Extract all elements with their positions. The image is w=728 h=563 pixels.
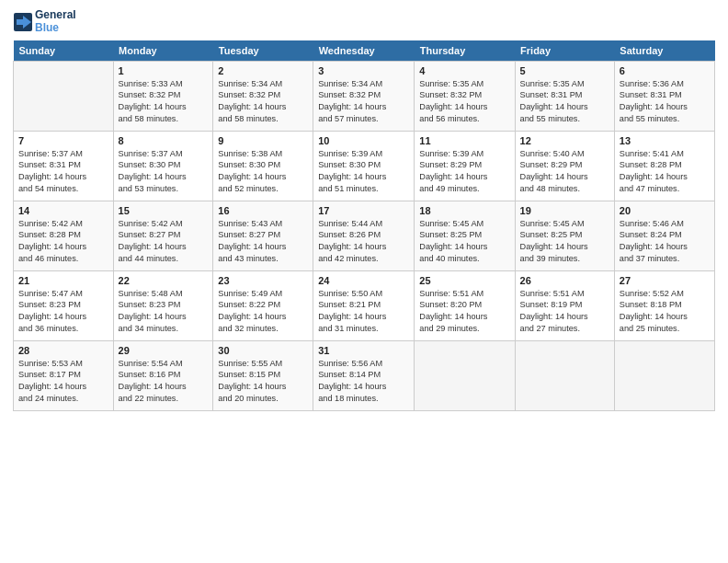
calendar-cell: 21Sunrise: 5:47 AMSunset: 8:23 PMDayligh…	[14, 270, 114, 340]
calendar-cell: 26Sunrise: 5:51 AMSunset: 8:19 PMDayligh…	[515, 270, 614, 340]
day-number: 30	[218, 345, 308, 356]
day-number: 19	[520, 205, 609, 216]
day-info: Sunrise: 5:39 AMSunset: 8:30 PMDaylight:…	[318, 148, 409, 196]
day-number: 14	[18, 205, 108, 216]
calendar-cell: 6Sunrise: 5:36 AMSunset: 8:31 PMDaylight…	[614, 61, 714, 131]
col-header-sunday: Sunday	[14, 40, 114, 62]
day-info: Sunrise: 5:37 AMSunset: 8:31 PMDaylight:…	[18, 148, 108, 196]
col-header-saturday: Saturday	[614, 40, 714, 62]
day-number: 31	[318, 345, 409, 356]
day-number: 18	[419, 205, 509, 216]
day-info: Sunrise: 5:41 AMSunset: 8:28 PMDaylight:…	[620, 148, 710, 196]
day-number: 2	[218, 65, 308, 76]
calendar-cell: 25Sunrise: 5:51 AMSunset: 8:20 PMDayligh…	[415, 270, 515, 340]
calendar-cell: 10Sunrise: 5:39 AMSunset: 8:30 PMDayligh…	[313, 131, 415, 201]
calendar-cell: 17Sunrise: 5:44 AMSunset: 8:26 PMDayligh…	[313, 201, 415, 270]
day-number: 27	[620, 275, 710, 286]
day-info: Sunrise: 5:35 AMSunset: 8:32 PMDaylight:…	[419, 78, 509, 126]
day-info: Sunrise: 5:51 AMSunset: 8:20 PMDaylight:…	[419, 288, 509, 336]
day-number: 4	[419, 65, 509, 76]
day-info: Sunrise: 5:40 AMSunset: 8:29 PMDaylight:…	[520, 148, 609, 196]
logo: General Blue	[13, 9, 76, 35]
day-info: Sunrise: 5:34 AMSunset: 8:32 PMDaylight:…	[318, 78, 409, 126]
day-number: 1	[119, 65, 209, 76]
calendar-cell: 9Sunrise: 5:38 AMSunset: 8:30 PMDaylight…	[213, 131, 313, 201]
day-number: 24	[318, 275, 409, 286]
day-info: Sunrise: 5:43 AMSunset: 8:27 PMDaylight:…	[218, 218, 308, 266]
col-header-wednesday: Wednesday	[313, 40, 415, 62]
calendar-cell: 22Sunrise: 5:48 AMSunset: 8:23 PMDayligh…	[113, 270, 213, 340]
day-number: 5	[520, 65, 609, 76]
day-number: 9	[218, 135, 308, 146]
day-info: Sunrise: 5:34 AMSunset: 8:32 PMDaylight:…	[218, 78, 308, 126]
calendar-cell	[515, 340, 614, 410]
day-number: 22	[119, 275, 209, 286]
day-info: Sunrise: 5:33 AMSunset: 8:32 PMDaylight:…	[119, 78, 209, 126]
day-number: 3	[318, 65, 409, 76]
day-number: 26	[520, 275, 609, 286]
day-number: 21	[18, 275, 108, 286]
day-number: 25	[419, 275, 509, 286]
calendar-cell: 14Sunrise: 5:42 AMSunset: 8:28 PMDayligh…	[14, 201, 114, 270]
day-number: 28	[18, 345, 108, 356]
day-number: 12	[520, 135, 609, 146]
day-number: 11	[419, 135, 509, 146]
calendar-cell: 11Sunrise: 5:39 AMSunset: 8:29 PMDayligh…	[415, 131, 515, 201]
day-info: Sunrise: 5:56 AMSunset: 8:14 PMDaylight:…	[318, 358, 409, 406]
day-info: Sunrise: 5:39 AMSunset: 8:29 PMDaylight:…	[419, 148, 509, 196]
logo-text-blue: Blue	[35, 22, 76, 35]
calendar-cell: 13Sunrise: 5:41 AMSunset: 8:28 PMDayligh…	[614, 131, 714, 201]
calendar-cell: 27Sunrise: 5:52 AMSunset: 8:18 PMDayligh…	[614, 270, 714, 340]
day-number: 16	[218, 205, 308, 216]
day-info: Sunrise: 5:46 AMSunset: 8:24 PMDaylight:…	[620, 218, 710, 266]
day-info: Sunrise: 5:42 AMSunset: 8:27 PMDaylight:…	[119, 218, 209, 266]
calendar-cell: 16Sunrise: 5:43 AMSunset: 8:27 PMDayligh…	[213, 201, 313, 270]
day-info: Sunrise: 5:35 AMSunset: 8:31 PMDaylight:…	[520, 78, 609, 126]
day-number: 8	[119, 135, 209, 146]
col-header-thursday: Thursday	[415, 40, 515, 62]
day-number: 23	[218, 275, 308, 286]
calendar-cell: 7Sunrise: 5:37 AMSunset: 8:31 PMDaylight…	[14, 131, 114, 201]
day-info: Sunrise: 5:44 AMSunset: 8:26 PMDaylight:…	[318, 218, 409, 266]
day-info: Sunrise: 5:37 AMSunset: 8:30 PMDaylight:…	[119, 148, 209, 196]
calendar-cell: 18Sunrise: 5:45 AMSunset: 8:25 PMDayligh…	[415, 201, 515, 270]
day-number: 13	[620, 135, 710, 146]
calendar-cell: 20Sunrise: 5:46 AMSunset: 8:24 PMDayligh…	[614, 201, 714, 270]
day-info: Sunrise: 5:49 AMSunset: 8:22 PMDaylight:…	[218, 288, 308, 336]
calendar-cell	[614, 340, 714, 410]
day-number: 7	[18, 135, 108, 146]
calendar-cell: 3Sunrise: 5:34 AMSunset: 8:32 PMDaylight…	[313, 61, 415, 131]
calendar-cell: 5Sunrise: 5:35 AMSunset: 8:31 PMDaylight…	[515, 61, 614, 131]
calendar-cell	[415, 340, 515, 410]
day-number: 29	[119, 345, 209, 356]
day-number: 17	[318, 205, 409, 216]
calendar-cell: 15Sunrise: 5:42 AMSunset: 8:27 PMDayligh…	[113, 201, 213, 270]
day-number: 20	[620, 205, 710, 216]
day-info: Sunrise: 5:48 AMSunset: 8:23 PMDaylight:…	[119, 288, 209, 336]
calendar-cell: 12Sunrise: 5:40 AMSunset: 8:29 PMDayligh…	[515, 131, 614, 201]
col-header-monday: Monday	[113, 40, 213, 62]
day-info: Sunrise: 5:45 AMSunset: 8:25 PMDaylight:…	[520, 218, 609, 266]
day-info: Sunrise: 5:51 AMSunset: 8:19 PMDaylight:…	[520, 288, 609, 336]
day-info: Sunrise: 5:55 AMSunset: 8:15 PMDaylight:…	[218, 358, 308, 406]
calendar-cell: 28Sunrise: 5:53 AMSunset: 8:17 PMDayligh…	[14, 340, 114, 410]
calendar-cell: 8Sunrise: 5:37 AMSunset: 8:30 PMDaylight…	[113, 131, 213, 201]
day-info: Sunrise: 5:50 AMSunset: 8:21 PMDaylight:…	[318, 288, 409, 336]
calendar-cell: 30Sunrise: 5:55 AMSunset: 8:15 PMDayligh…	[213, 340, 313, 410]
calendar-cell: 19Sunrise: 5:45 AMSunset: 8:25 PMDayligh…	[515, 201, 614, 270]
day-info: Sunrise: 5:45 AMSunset: 8:25 PMDaylight:…	[419, 218, 509, 266]
logo-icon	[13, 12, 33, 32]
day-info: Sunrise: 5:42 AMSunset: 8:28 PMDaylight:…	[18, 218, 108, 266]
calendar-cell: 4Sunrise: 5:35 AMSunset: 8:32 PMDaylight…	[415, 61, 515, 131]
calendar-cell: 31Sunrise: 5:56 AMSunset: 8:14 PMDayligh…	[313, 340, 415, 410]
day-info: Sunrise: 5:47 AMSunset: 8:23 PMDaylight:…	[18, 288, 108, 336]
calendar-cell	[14, 61, 114, 131]
calendar-cell: 2Sunrise: 5:34 AMSunset: 8:32 PMDaylight…	[213, 61, 313, 131]
day-info: Sunrise: 5:36 AMSunset: 8:31 PMDaylight:…	[620, 78, 710, 126]
day-number: 6	[620, 65, 710, 76]
day-number: 10	[318, 135, 409, 146]
calendar-cell: 24Sunrise: 5:50 AMSunset: 8:21 PMDayligh…	[313, 270, 415, 340]
day-info: Sunrise: 5:54 AMSunset: 8:16 PMDaylight:…	[119, 358, 209, 406]
day-info: Sunrise: 5:52 AMSunset: 8:18 PMDaylight:…	[620, 288, 710, 336]
calendar-cell: 29Sunrise: 5:54 AMSunset: 8:16 PMDayligh…	[113, 340, 213, 410]
